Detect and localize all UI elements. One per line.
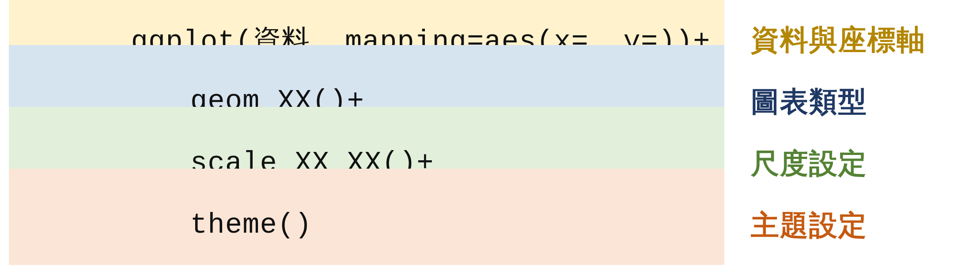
- code-text-theme: theme(): [190, 209, 312, 241]
- code-cell-theme: theme(): [9, 169, 724, 265]
- label-data-axes: 資料與座標軸: [724, 21, 926, 59]
- label-scale-setting: 尺度設定: [724, 144, 867, 183]
- ggplot-layers-diagram: ggplot(資料, mapping=aes(x=, y=))+ 資料與座標軸 …: [9, 9, 971, 256]
- label-theme-setting: 主題設定: [724, 206, 867, 245]
- label-chart-type: 圖表類型: [724, 83, 867, 121]
- layer-row-theme: theme() 主題設定: [9, 194, 971, 256]
